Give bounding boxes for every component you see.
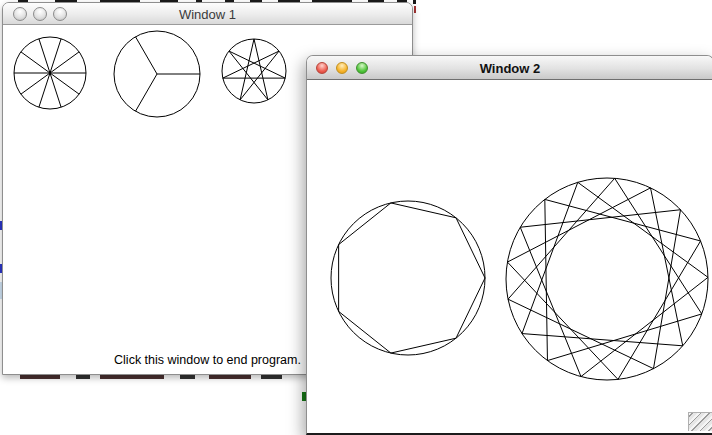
background-fragment — [413, 0, 416, 4]
window-2-canvas[interactable] — [307, 80, 712, 431]
window-2-title: Window 2 — [307, 61, 712, 76]
background-fragment — [414, 6, 416, 13]
resize-grip[interactable] — [688, 412, 712, 431]
window-1-titlebar[interactable]: Window 1 — [3, 3, 412, 25]
desktop: { "colors": { "stroke": "#000000", "titl… — [0, 0, 712, 435]
window-2[interactable]: Window 2 — [306, 55, 712, 435]
window-2-drawing — [307, 80, 711, 431]
window-2-titlebar[interactable]: Window 2 — [307, 56, 712, 80]
window-1-title: Window 1 — [3, 7, 412, 22]
